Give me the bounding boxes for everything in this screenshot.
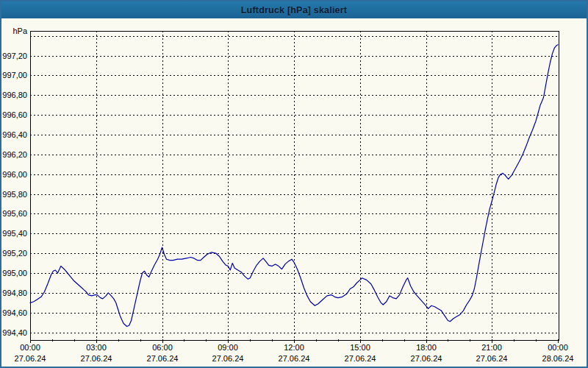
- y-axis-tick-label: 994,60: [2, 308, 27, 317]
- x-axis-time-label: 18:00: [416, 343, 437, 352]
- y-axis-tick-label: 994,40: [2, 328, 27, 337]
- y-axis-tick-label: 996,40: [2, 130, 27, 139]
- x-axis-date-label: 27.06.24: [476, 354, 508, 363]
- chart-area: 994,40994,60994,80995,00995,20995,40995,…: [1, 18, 587, 367]
- x-axis-date-label: 27.06.24: [411, 354, 442, 363]
- x-axis-time-label: 15:00: [350, 343, 370, 352]
- x-axis-time-label: 09:00: [218, 343, 238, 352]
- app-window: Luftdruck [hPa] skaliert 994,40994,60994…: [0, 0, 588, 368]
- x-axis-date-label: 27.06.24: [81, 354, 112, 363]
- x-axis-date-label: 28.06.24: [542, 354, 574, 363]
- x-axis-time-label: 03:00: [86, 343, 107, 352]
- y-axis-tick-label: 996,20: [2, 150, 27, 159]
- y-axis-tick-label: 996,00: [2, 170, 27, 179]
- window-title: Luftdruck [hPa] skaliert: [241, 5, 347, 15]
- x-axis-date-label: 27.06.24: [15, 354, 46, 363]
- x-axis-time-label: 21:00: [481, 343, 502, 352]
- y-axis-tick-label: 997,20: [2, 52, 27, 60]
- x-axis-time-label: 12:00: [284, 343, 304, 352]
- x-axis-time-label: 00:00: [20, 343, 40, 352]
- y-axis-unit-label: hPa: [12, 26, 27, 35]
- y-axis-tick-label: 995,60: [2, 209, 27, 218]
- x-axis-date-label: 27.06.24: [147, 354, 179, 363]
- x-axis-time-label: 00:00: [548, 343, 568, 352]
- y-axis-tick-label: 995,40: [2, 229, 27, 238]
- y-axis-tick-label: 995,80: [2, 190, 27, 199]
- y-axis-tick-label: 997,00: [2, 71, 27, 79]
- x-axis-date-label: 27.06.24: [345, 354, 376, 363]
- x-axis-date-label: 27.06.24: [279, 354, 310, 363]
- pressure-chart: 994,40994,60994,80995,00995,20995,40995,…: [1, 18, 587, 367]
- y-axis-tick-label: 996,60: [2, 110, 27, 119]
- y-axis-tick-label: 996,80: [2, 91, 27, 99]
- y-axis-tick-label: 995,00: [2, 269, 27, 277]
- x-axis-date-label: 27.06.24: [212, 354, 244, 363]
- y-axis-tick-label: 995,20: [2, 249, 27, 258]
- y-axis-tick-label: 994,80: [2, 289, 27, 297]
- x-axis-time-label: 06:00: [152, 343, 173, 352]
- window-titlebar[interactable]: Luftdruck [hPa] skaliert: [1, 1, 587, 18]
